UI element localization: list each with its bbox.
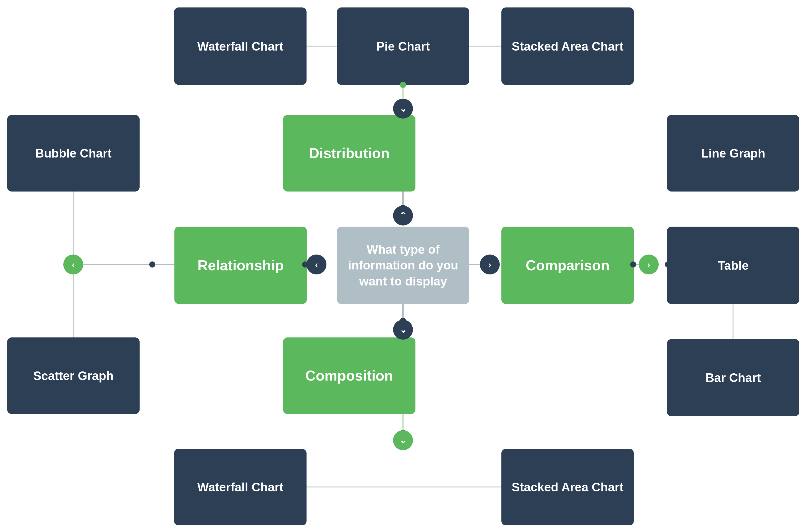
stacked-area-top-label: Stacked Area Chart [512,39,623,54]
diagram-container: Waterfall Chart Pie Chart Stacked Area C… [0,0,806,532]
relationship-node[interactable]: Relationship [174,227,307,304]
comparison-node[interactable]: Comparison [501,227,634,304]
chevron-down-bottom-btn[interactable]: ⌄ [393,430,413,450]
bubble-chart-label: Bubble Chart [35,146,111,161]
waterfall-bottom-label: Waterfall Chart [198,479,283,495]
waterfall-top-label: Waterfall Chart [198,39,283,54]
bubble-chart[interactable]: Bubble Chart [7,115,139,191]
pie-chart-label: Pie Chart [376,39,430,54]
waterfall-chart-top[interactable]: Waterfall Chart [174,7,306,85]
dot-left-rel [149,262,155,267]
table-label: Table [718,258,749,273]
composition-label: Composition [305,367,393,385]
line-graph-label: Line Graph [701,146,765,161]
chevron-left-outer-icon: ‹ [72,260,75,270]
chevron-right-center-btn[interactable]: › [480,254,500,274]
bar-chart-label: Bar Chart [706,370,761,385]
stacked-area-chart-bottom[interactable]: Stacked Area Chart [501,449,634,525]
table-node[interactable]: Table [667,227,799,304]
stacked-area-bottom-label: Stacked Area Chart [512,479,623,495]
relationship-label: Relationship [198,256,284,274]
chevron-down-icon-3: ⌄ [399,435,407,445]
dot-comp-right [630,262,636,267]
chevron-right-outer-icon: › [647,260,650,270]
chevron-left-center-btn[interactable]: ‹ [306,254,326,274]
distribution-label: Distribution [309,144,390,162]
chevron-down-icon-2: ⌄ [399,324,407,335]
chevron-down-icon: ⌄ [399,103,407,114]
waterfall-chart-bottom[interactable]: Waterfall Chart [174,449,306,525]
scatter-graph-label: Scatter Graph [33,368,114,383]
center-question-label: What type of information do you want to … [345,242,461,289]
chevron-right-icon: › [488,260,491,270]
bar-chart[interactable]: Bar Chart [667,339,799,416]
stacked-area-chart-top[interactable]: Stacked Area Chart [501,7,634,85]
comparison-label: Comparison [526,256,610,274]
chevron-down-comp-btn[interactable]: ⌄ [393,320,413,340]
pie-chart[interactable]: Pie Chart [337,7,469,85]
dot-right-outer [665,262,671,267]
line-graph[interactable]: Line Graph [667,115,799,191]
chevron-left-icon: ‹ [315,260,318,270]
chevron-right-outer-btn[interactable]: › [639,254,659,274]
chevron-up-icon: ⌃ [399,210,407,221]
scatter-graph[interactable]: Scatter Graph [7,338,139,414]
distribution-node[interactable]: Distribution [283,115,415,191]
composition-node[interactable]: Composition [283,338,415,414]
chevron-up-dist-btn[interactable]: ⌃ [393,206,413,226]
chevron-left-outer-btn[interactable]: ‹ [63,254,83,274]
chevron-down-top-btn[interactable]: ⌄ [393,99,413,118]
dot-pie-bottom [400,82,406,88]
center-question-node: What type of information do you want to … [337,227,469,304]
